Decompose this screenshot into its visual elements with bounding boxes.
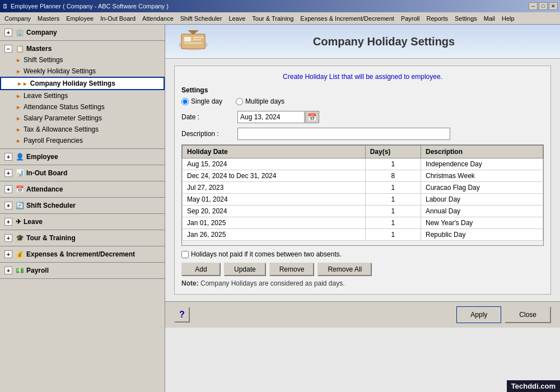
icon-leave: ✈ <box>16 218 21 226</box>
update-button[interactable]: Update <box>224 263 266 276</box>
remove-all-button[interactable]: Remove All <box>318 263 372 276</box>
cell-date-4: Sep 20, 2024 <box>183 206 366 217</box>
menu-item-help[interactable]: Help <box>498 14 518 23</box>
sidebar-item-tax-allowance[interactable]: ► Tax & Allowance Settings <box>0 124 165 135</box>
holiday-table-container: Holiday Date Day(s) Description Aug 15, … <box>181 144 544 246</box>
menu-item-payroll[interactable]: Payroll <box>398 14 423 23</box>
action-buttons-row: Add Update Remove Remove All <box>181 263 544 276</box>
sidebar-section-expenses: +💰Expenses & Increment/Decrement <box>0 249 165 260</box>
menu-item-reports[interactable]: Reports <box>423 14 452 23</box>
menu-item-attendance[interactable]: Attendance <box>139 14 177 23</box>
icon-shift-scheduler: 🔄 <box>16 202 24 209</box>
sidebar-item-leave-settings[interactable]: ► Leave Settings <box>0 90 165 101</box>
expand-icon-company[interactable]: + <box>4 29 12 36</box>
table-row[interactable]: Jan 26, 20251Republic Day <box>183 229 543 241</box>
title-bar-left: 🗓 Employee Planner ( Company - ABC Softw… <box>2 3 169 10</box>
menu-item-expenses---increment-decrement[interactable]: Expenses & Increment/Decrement <box>297 14 398 23</box>
table-row[interactable]: Aug 15, 20241Independence Day <box>183 158 543 170</box>
sidebar-item-leave[interactable]: +✈Leave <box>0 216 165 227</box>
sidebar-child-label-tax-allowance: Tax & Allowance Settings <box>24 125 99 133</box>
expand-icon-leave[interactable]: + <box>4 218 12 226</box>
cell-days-3: 1 <box>365 194 421 206</box>
sidebar-section-company: +🏢Company <box>0 27 165 38</box>
add-button[interactable]: Add <box>181 263 221 276</box>
single-day-radio[interactable] <box>181 98 189 105</box>
maximize-button[interactable]: □ <box>539 2 548 10</box>
sidebar-item-shift-settings[interactable]: ► Shift Settings <box>0 54 165 66</box>
calendar-button[interactable]: 📅 <box>305 111 319 123</box>
sidebar-item-company[interactable]: +🏢Company <box>0 27 165 38</box>
cell-date-3: May 01, 2024 <box>183 194 366 206</box>
expand-icon-payroll[interactable]: + <box>4 267 12 274</box>
content-area: Company Holiday Settings Create Holiday … <box>165 25 560 392</box>
menu-item-tour---training[interactable]: Tour & Training <box>249 14 297 23</box>
sidebar-section-inout-board: +📊In-Out Board <box>0 167 165 179</box>
holiday-table: Holiday Date Day(s) Description Aug 15, … <box>182 145 543 241</box>
radio-group: Single day Multiple days <box>181 97 544 105</box>
table-row[interactable]: Jan 01, 20251New Year's Day <box>183 217 543 229</box>
cell-date-6: Jan 26, 2025 <box>183 229 366 241</box>
bottom-bar: ? Apply Close <box>165 301 560 328</box>
table-row[interactable]: Sep 20, 20241Annual Day <box>183 206 543 217</box>
sidebar-item-attendance[interactable]: +📅Attendance <box>0 184 165 195</box>
sidebar-item-tour-training[interactable]: +🎓Tour & Training <box>0 232 165 244</box>
divider <box>0 197 165 198</box>
sidebar-item-inout-board[interactable]: +📊In-Out Board <box>0 167 165 179</box>
menu-item-leave[interactable]: Leave <box>225 14 249 23</box>
divider <box>0 246 165 246</box>
expand-icon-inout-board[interactable]: + <box>4 169 12 177</box>
multiple-days-option[interactable]: Multiple days <box>236 97 284 105</box>
expand-icon-attendance[interactable]: + <box>4 185 12 193</box>
expand-icon-shift-scheduler[interactable]: + <box>4 202 12 209</box>
description-row: Description : <box>181 128 544 140</box>
close-window-button[interactable]: ✕ <box>549 2 558 10</box>
description-label: Description : <box>181 130 237 138</box>
child-arrow-leave-settings: ► <box>16 93 21 99</box>
minimize-button[interactable]: ─ <box>529 2 538 10</box>
sidebar-item-employee[interactable]: +👤Employee <box>0 151 165 162</box>
menu-item-settings[interactable]: Settings <box>451 14 480 23</box>
sidebar-label-payroll: Payroll <box>26 267 49 274</box>
description-input[interactable] <box>237 128 450 140</box>
table-row[interactable]: May 01, 20241Labour Day <box>183 194 543 206</box>
close-button[interactable]: Close <box>505 306 551 323</box>
col-holiday-date: Holiday Date <box>183 146 366 158</box>
menu-item-employee[interactable]: Employee <box>63 14 97 23</box>
menu-item-in-out-board[interactable]: In-Out Board <box>97 14 139 23</box>
sidebar-item-payroll-freq[interactable]: ► Payroll Frequencies <box>0 135 165 146</box>
cell-date-5: Jan 01, 2025 <box>183 217 366 229</box>
table-row[interactable]: Dec 24, 2024 to Dec 31, 20248Christmas W… <box>183 170 543 182</box>
sidebar-item-weekly-holiday[interactable]: ► Weekly Holiday Settings <box>0 66 165 77</box>
sidebar-item-masters[interactable]: −📋Masters <box>0 43 165 54</box>
expand-icon-masters[interactable]: − <box>4 45 12 53</box>
menu-item-shift-scheduler[interactable]: Shift Scheduler <box>177 14 226 23</box>
sidebar-item-attendance-status[interactable]: ► Attendance Status Settings <box>0 101 165 113</box>
table-row[interactable]: Jul 27, 20231Curacao Flag Day <box>183 182 543 194</box>
child-arrow-tax-allowance: ► <box>16 127 21 133</box>
sidebar-item-company-holiday[interactable]: ►► Company Holiday Settings <box>0 77 165 90</box>
sidebar-item-salary-parameter[interactable]: ► Salary Parameter Settings <box>0 113 165 124</box>
sidebar-section-attendance: +📅Attendance <box>0 184 165 195</box>
icon-tour-training: 🎓 <box>16 234 24 242</box>
menu-item-mail[interactable]: Mail <box>480 14 498 23</box>
single-day-option[interactable]: Single day <box>181 97 222 105</box>
expand-icon-expenses[interactable]: + <box>4 250 12 258</box>
menu-item-company[interactable]: Company <box>1 14 34 23</box>
divider <box>0 278 165 279</box>
expand-icon-employee[interactable]: + <box>4 153 12 161</box>
not-paid-checkbox[interactable] <box>181 251 189 258</box>
sidebar-child-label-attendance-status: Attendance Status Settings <box>24 103 105 111</box>
sidebar-item-shift-scheduler[interactable]: +🔄Shift Scheduler <box>0 200 165 211</box>
divider <box>0 148 165 149</box>
menu-item-masters[interactable]: Masters <box>34 14 63 23</box>
remove-button[interactable]: Remove <box>269 263 315 276</box>
apply-button[interactable]: Apply <box>456 306 501 323</box>
sidebar-section-leave: +✈Leave <box>0 216 165 227</box>
sidebar-item-payroll[interactable]: +💵Payroll <box>0 265 165 276</box>
expand-icon-tour-training[interactable]: + <box>4 234 12 242</box>
sidebar-child-label-company-holiday: Company Holiday Settings <box>30 80 115 87</box>
sidebar-item-expenses[interactable]: +💰Expenses & Increment/Decrement <box>0 249 165 260</box>
date-input[interactable] <box>237 111 305 123</box>
help-button[interactable]: ? <box>174 307 190 323</box>
multiple-days-radio[interactable] <box>236 98 243 105</box>
